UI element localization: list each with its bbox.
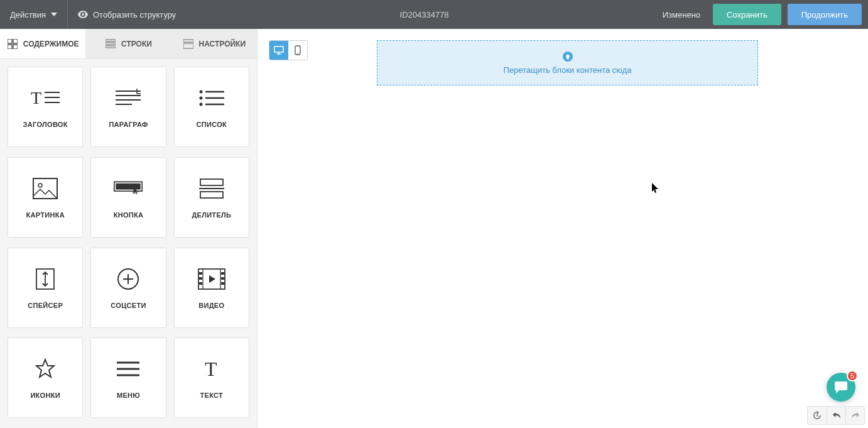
block-label: СОЦСЕТИ	[111, 302, 146, 309]
undo-button[interactable]	[827, 407, 845, 424]
svg-rect-4	[106, 40, 116, 41]
content-blocks-grid: T ЗАГОЛОВОК	[0, 59, 257, 428]
block-menu[interactable]: МЕНЮ	[90, 337, 166, 418]
chat-badge: 5	[847, 370, 858, 381]
dropzone-text: Перетащить блоки контента сюда	[503, 65, 631, 75]
history-icon	[812, 410, 822, 420]
block-social[interactable]: СОЦСЕТИ	[90, 248, 166, 328]
social-icon	[114, 266, 143, 292]
rows-icon	[105, 38, 116, 50]
desktop-icon	[274, 46, 284, 55]
block-icons[interactable]: ИКОНКИ	[8, 337, 83, 418]
tab-content[interactable]: СОДЕРЖИМОЕ	[0, 29, 85, 58]
svg-rect-1	[13, 39, 18, 43]
block-label: МЕНЮ	[117, 392, 140, 399]
svg-point-21	[199, 103, 202, 106]
history-bar	[807, 406, 865, 425]
star-icon	[31, 356, 60, 381]
block-label: ЗАГОЛОВОК	[23, 121, 68, 128]
cursor-pointer-icon	[652, 183, 659, 193]
svg-rect-0	[8, 39, 12, 43]
svg-rect-27	[200, 179, 223, 185]
spacer-icon	[31, 266, 60, 292]
svg-point-24	[38, 184, 42, 187]
block-label: СПЕЙСЕР	[28, 302, 63, 309]
menu-icon	[114, 356, 143, 381]
heading-icon: T	[31, 85, 60, 111]
sidebar: СОДЕРЖИМОЕ СТРОКИ НАСТРОЙКИ T	[0, 29, 258, 428]
save-button[interactable]: Сохранить	[713, 4, 781, 25]
block-paragraph[interactable]: ПАРАГРАФ	[90, 67, 166, 147]
block-image[interactable]: КАРТИНКА	[8, 157, 83, 238]
tab-rows[interactable]: СТРОКИ	[85, 29, 171, 58]
svg-text:T: T	[205, 358, 217, 380]
chevron-down-icon	[51, 13, 57, 16]
topbar-right: Изменено Сохранить Продолжить	[663, 4, 868, 25]
mobile-icon	[295, 45, 301, 55]
show-structure-label: Отобразить структуру	[93, 10, 176, 19]
block-label: КНОПКА	[114, 211, 144, 219]
device-desktop-button[interactable]	[269, 41, 288, 60]
tab-settings[interactable]: НАСТРОЙКИ	[171, 29, 257, 58]
text-icon: T	[197, 356, 226, 381]
video-icon	[197, 266, 226, 292]
svg-rect-42	[221, 277, 224, 280]
block-video[interactable]: ВИДЕО	[174, 248, 249, 328]
chat-icon	[833, 380, 849, 394]
paragraph-icon	[114, 85, 143, 111]
block-heading[interactable]: T ЗАГОЛОВОК	[8, 67, 83, 147]
svg-rect-26	[116, 184, 141, 190]
list-icon	[197, 85, 226, 111]
eye-icon	[78, 11, 88, 18]
tab-label: НАСТРОЙКИ	[199, 40, 246, 48]
svg-point-19	[199, 97, 202, 100]
block-list[interactable]: СПИСОК	[174, 67, 249, 147]
block-label: СПИСОК	[197, 121, 227, 128]
arrow-up-icon	[563, 52, 573, 62]
document-id: ID204334778	[186, 10, 662, 19]
svg-rect-29	[200, 192, 223, 198]
settings-icon	[183, 38, 194, 50]
block-text[interactable]: T ТЕКСТ	[174, 337, 249, 418]
button-icon	[114, 176, 143, 201]
tab-label: СОДЕРЖИМОЕ	[23, 40, 79, 48]
image-icon	[31, 176, 60, 201]
svg-rect-7	[183, 40, 193, 42]
block-label: КАРТИНКА	[26, 211, 64, 219]
topbar-left: Действия Отобразить структуру	[0, 0, 186, 29]
history-button[interactable]	[808, 407, 827, 424]
svg-rect-38	[199, 272, 202, 275]
device-toggle	[269, 40, 308, 60]
block-label: ВИДЕО	[198, 302, 224, 309]
block-label: ДЕЛИТЕЛЬ	[192, 211, 231, 219]
status-text: Изменено	[663, 10, 700, 19]
canvas-area: Перетащить блоки контента сюда 5	[258, 29, 868, 428]
device-mobile-button[interactable]	[288, 41, 307, 60]
redo-button[interactable]	[845, 407, 864, 424]
svg-rect-2	[8, 45, 12, 49]
actions-label: Действия	[10, 10, 46, 19]
content-dropzone[interactable]: Перетащить блоки контента сюда	[377, 40, 758, 85]
actions-dropdown[interactable]: Действия	[0, 0, 68, 29]
block-spacer[interactable]: СПЕЙСЕР	[8, 248, 83, 328]
svg-text:T: T	[31, 88, 41, 107]
svg-rect-40	[199, 282, 202, 285]
svg-rect-39	[199, 277, 202, 280]
block-button[interactable]: КНОПКА	[90, 157, 166, 238]
svg-rect-6	[106, 46, 116, 48]
continue-button[interactable]: Продолжить	[788, 4, 862, 25]
block-divider[interactable]: ДЕЛИТЕЛЬ	[174, 157, 249, 238]
sidebar-tabs: СОДЕРЖИМОЕ СТРОКИ НАСТРОЙКИ	[0, 29, 257, 59]
svg-rect-8	[183, 43, 193, 48]
undo-icon	[832, 411, 842, 420]
layout: СОДЕРЖИМОЕ СТРОКИ НАСТРОЙКИ T	[0, 29, 868, 428]
svg-point-17	[199, 91, 202, 94]
divider-icon	[197, 176, 226, 201]
chat-button[interactable]: 5	[827, 373, 855, 402]
tab-label: СТРОКИ	[121, 40, 152, 48]
svg-rect-5	[106, 43, 116, 45]
show-structure-button[interactable]: Отобразить структуру	[68, 0, 186, 29]
redo-icon	[850, 411, 860, 420]
svg-rect-43	[221, 282, 224, 285]
block-label: ИКОНКИ	[30, 392, 60, 399]
